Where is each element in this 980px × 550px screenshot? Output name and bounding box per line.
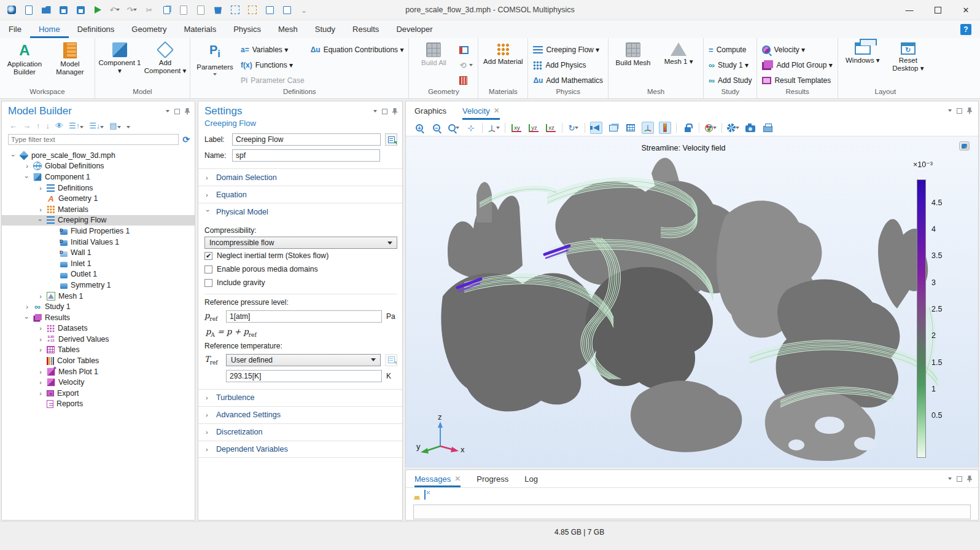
gravity-checkbox[interactable]	[204, 279, 212, 287]
expand-all-icon[interactable]: ☰↑	[69, 121, 84, 130]
float-panel-icon[interactable]	[382, 109, 387, 114]
scene-light-icon[interactable]	[590, 122, 602, 134]
forward-icon[interactable]: →	[23, 121, 31, 130]
tree-item-fluid-properties1[interactable]: Fluid Properties 1	[2, 226, 195, 237]
tree-item-creeping-flow[interactable]: ›Creeping Flow	[2, 215, 195, 226]
print-icon[interactable]	[761, 122, 774, 134]
add-material-button[interactable]: Add Material	[481, 41, 525, 88]
build-mesh-button[interactable]: Build Mesh	[611, 41, 655, 88]
tree-item-tables[interactable]: ›Tables	[2, 345, 195, 356]
refresh-icon[interactable]: ⟳	[182, 135, 190, 144]
float-panel-icon[interactable]	[957, 476, 962, 482]
gravity-checkbox-row[interactable]: Include gravity	[204, 276, 397, 289]
result-templates-button[interactable]: Result Templates	[760, 74, 834, 87]
physics-interface-dropdown[interactable]: Creeping Flow ▾	[531, 43, 605, 57]
porous-checkbox-row[interactable]: Enable porous media domains	[204, 262, 397, 276]
zoom-box-icon[interactable]	[448, 122, 460, 134]
minimize-button[interactable]: —	[895, 0, 924, 20]
panel-menu-icon[interactable]	[948, 109, 952, 112]
parameters-button[interactable]: Pi Parameters	[193, 41, 237, 88]
tab-log[interactable]: Log	[524, 470, 538, 487]
color-theme-icon[interactable]	[704, 122, 717, 134]
tree-item-derived-values[interactable]: ›8.85e-12Derived Values	[2, 334, 195, 345]
maximize-button[interactable]	[924, 0, 952, 20]
mesh1-button[interactable]: Mesh 1 ▾	[656, 41, 701, 88]
menu-tab-physics[interactable]: Physics	[225, 20, 270, 38]
tree-item-results[interactable]: ›Results	[2, 312, 195, 323]
tree-item-global-definitions[interactable]: ›Global Definitions	[2, 161, 195, 172]
close-tab-icon[interactable]: ✕	[454, 474, 461, 483]
windows-button[interactable]: Windows ▾	[841, 41, 885, 88]
environment-reflections-icon[interactable]	[607, 122, 620, 134]
view-xy-icon[interactable]: xy	[510, 122, 523, 134]
section-advanced-settings[interactable]: ›Advanced Settings	[198, 406, 402, 423]
tree-item-inlet1[interactable]: Inlet 1	[2, 258, 195, 269]
geometry-import-button[interactable]	[457, 43, 475, 57]
go-to-view-icon[interactable]	[488, 122, 500, 134]
pin-panel-icon[interactable]	[967, 108, 972, 114]
application-builder-button[interactable]: A Application Builder	[2, 41, 47, 88]
section-turbulence[interactable]: ›Turbulence	[198, 389, 402, 406]
rotate-view-icon[interactable]: ↻	[567, 122, 580, 134]
ref-pressure-input[interactable]	[226, 310, 382, 323]
tree-item-wall1[interactable]: Wall 1	[2, 247, 195, 258]
pin-panel-icon[interactable]	[392, 108, 397, 115]
tree-item-reports[interactable]: Reports	[2, 399, 195, 410]
message-options-icon[interactable]	[424, 490, 426, 499]
add-mathematics-button[interactable]: Δu Add Mathematics	[531, 74, 605, 87]
tree-item-mesh1[interactable]: ›Mesh 1	[2, 291, 195, 302]
new-file-icon[interactable]	[23, 4, 34, 15]
tree-item-outlet1[interactable]: Outlet 1	[2, 269, 195, 280]
menu-tab-materials[interactable]: Materials	[175, 20, 225, 38]
menu-tab-geometry[interactable]: Geometry	[123, 20, 175, 38]
undo-icon[interactable]: ↶	[109, 4, 120, 15]
velocity-plot-dropdown[interactable]: Velocity ▾	[760, 43, 834, 57]
tree-filter-input[interactable]	[8, 134, 179, 145]
add-component-button[interactable]: Add Component ▾	[143, 41, 187, 88]
section-discretization[interactable]: ›Discretization	[198, 423, 402, 441]
menu-tab-developer[interactable]: Developer	[387, 20, 441, 38]
float-panel-icon[interactable]	[174, 109, 180, 114]
menu-tab-results[interactable]: Results	[344, 20, 387, 38]
menu-tab-file[interactable]: File	[0, 20, 30, 38]
tree-item-export[interactable]: ›Export	[2, 388, 195, 399]
back-icon[interactable]: ←	[9, 121, 17, 130]
label-input[interactable]	[232, 133, 381, 146]
plot-canvas[interactable]: Streamline: Velocity field ×10⁻³ 4.5 4 3…	[406, 136, 978, 468]
duplicate-icon[interactable]	[195, 4, 206, 15]
filter-icon[interactable]	[126, 121, 130, 130]
show-grid-icon[interactable]	[624, 122, 637, 134]
move-down-icon[interactable]: ↓	[46, 121, 50, 130]
tab-progress[interactable]: Progress	[476, 470, 508, 487]
tree-item-mesh-plot1[interactable]: ›Mesh Plot 1	[2, 366, 195, 377]
tab-messages[interactable]: Messages✕	[414, 470, 461, 487]
menu-tab-home[interactable]: Home	[30, 20, 69, 38]
node-options-icon[interactable]: ▤	[109, 121, 120, 130]
collapse-all-icon[interactable]: ☰↓	[89, 121, 104, 130]
model-manager-button[interactable]: Model Manager	[48, 41, 92, 88]
pin-panel-icon[interactable]	[967, 476, 972, 482]
reset-desktop-button[interactable]: ↻ Reset Desktop ▾	[886, 41, 930, 88]
run-icon[interactable]	[92, 4, 103, 15]
tree-item-symmetry1[interactable]: Symmetry 1	[2, 280, 195, 291]
plot-settings-icon[interactable]	[959, 141, 970, 151]
show-icon[interactable]: 👁	[55, 121, 63, 130]
open-file-icon[interactable]	[41, 4, 52, 15]
tree-item-initial-values1[interactable]: Initial Values 1	[2, 237, 195, 248]
view-yz-icon[interactable]: yz	[527, 122, 540, 134]
show-axis-orientation-icon[interactable]	[642, 122, 654, 134]
pin-panel-icon[interactable]	[185, 108, 190, 115]
stokes-checkbox[interactable]	[204, 252, 212, 260]
toolbar-options-chevron[interactable]: ⌄	[298, 4, 309, 15]
variables-button[interactable]: a= Variables ▾	[238, 43, 307, 57]
close-button[interactable]: ✕	[952, 0, 980, 20]
view-xz-icon[interactable]: xz	[545, 122, 557, 134]
add-physics-button[interactable]: Add Physics	[531, 58, 605, 72]
remove-details-button[interactable]	[457, 74, 475, 87]
menu-tab-definitions[interactable]: Definitions	[69, 20, 123, 38]
panel-menu-icon[interactable]	[948, 477, 952, 480]
delete-icon[interactable]	[212, 4, 224, 15]
cut-icon[interactable]: ✂	[144, 4, 155, 15]
paste-icon[interactable]	[178, 4, 189, 15]
compute-button[interactable]: = Compute	[706, 43, 754, 57]
